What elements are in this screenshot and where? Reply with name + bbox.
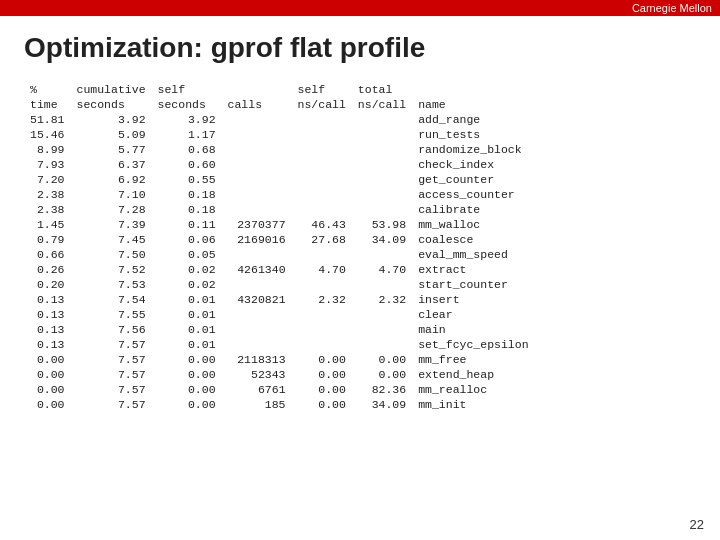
table-row: 0.007.570.0021183130.000.00mm_free xyxy=(24,352,696,367)
td-cum: 7.57 xyxy=(71,337,152,352)
th-self-seconds: seconds xyxy=(152,97,222,112)
td-self: 1.17 xyxy=(152,127,222,142)
td-cum: 7.45 xyxy=(71,232,152,247)
td-self: 0.55 xyxy=(152,172,222,187)
td-totalns: 34.09 xyxy=(352,397,412,412)
td-name: access_counter xyxy=(412,187,696,202)
td-cum: 7.57 xyxy=(71,397,152,412)
td-totalns: 2.32 xyxy=(352,292,412,307)
td-calls: 6761 xyxy=(222,382,292,397)
th-total-ns: total xyxy=(352,82,412,97)
td-selfns xyxy=(292,187,352,202)
td-name: mm_init xyxy=(412,397,696,412)
td-selfns xyxy=(292,172,352,187)
td-name: run_tests xyxy=(412,127,696,142)
td-calls xyxy=(222,112,292,127)
td-self: 0.68 xyxy=(152,142,222,157)
td-selfns xyxy=(292,202,352,217)
td-cum: 7.28 xyxy=(71,202,152,217)
table-row: 15.465.091.17run_tests xyxy=(24,127,696,142)
td-cum: 5.77 xyxy=(71,142,152,157)
profile-table: % cumulative self self total time second… xyxy=(24,82,696,412)
td-selfns xyxy=(292,307,352,322)
td-name: check_index xyxy=(412,157,696,172)
td-name: get_counter xyxy=(412,172,696,187)
th-time: time xyxy=(24,97,71,112)
td-name: extend_heap xyxy=(412,367,696,382)
table-row: 7.936.370.60check_index xyxy=(24,157,696,172)
td-cum: 7.53 xyxy=(71,277,152,292)
td-self: 0.05 xyxy=(152,247,222,262)
td-self: 0.00 xyxy=(152,367,222,382)
td-totalns: 0.00 xyxy=(352,352,412,367)
td-selfns: 2.32 xyxy=(292,292,352,307)
th-cumulative: cumulative xyxy=(71,82,152,97)
td-calls xyxy=(222,337,292,352)
td-totalns xyxy=(352,277,412,292)
td-name: randomize_block xyxy=(412,142,696,157)
td-cum: 7.57 xyxy=(71,352,152,367)
td-calls: 2370377 xyxy=(222,217,292,232)
td-name: start_counter xyxy=(412,277,696,292)
td-selfns: 27.68 xyxy=(292,232,352,247)
td-calls: 2169016 xyxy=(222,232,292,247)
td-name: clear xyxy=(412,307,696,322)
td-calls: 4320821 xyxy=(222,292,292,307)
td-selfns xyxy=(292,112,352,127)
td-cum: 7.57 xyxy=(71,367,152,382)
brand-label: Carnegie Mellon xyxy=(632,2,712,14)
td-pct: 2.38 xyxy=(24,187,71,202)
td-calls xyxy=(222,157,292,172)
table-row: 0.137.560.01main xyxy=(24,322,696,337)
table-row: 1.457.390.11237037746.4353.98mm_walloc xyxy=(24,217,696,232)
td-pct: 8.99 xyxy=(24,142,71,157)
td-selfns xyxy=(292,337,352,352)
td-totalns xyxy=(352,127,412,142)
td-totalns: 53.98 xyxy=(352,217,412,232)
td-totalns xyxy=(352,157,412,172)
table-row: 0.667.500.05eval_mm_speed xyxy=(24,247,696,262)
td-totalns: 82.36 xyxy=(352,382,412,397)
th-self-sec: self xyxy=(152,82,222,97)
td-calls xyxy=(222,127,292,142)
td-name: coalesce xyxy=(412,232,696,247)
td-selfns xyxy=(292,157,352,172)
td-totalns xyxy=(352,322,412,337)
td-selfns xyxy=(292,247,352,262)
td-self: 0.00 xyxy=(152,397,222,412)
td-self: 0.01 xyxy=(152,292,222,307)
td-calls xyxy=(222,277,292,292)
td-name: mm_walloc xyxy=(412,217,696,232)
td-pct: 0.13 xyxy=(24,322,71,337)
table-row: 0.137.540.0143208212.322.32insert xyxy=(24,292,696,307)
td-calls: 2118313 xyxy=(222,352,292,367)
td-totalns xyxy=(352,187,412,202)
table-row: 0.267.520.0242613404.704.70extract xyxy=(24,262,696,277)
td-self: 0.02 xyxy=(152,262,222,277)
td-name: extract xyxy=(412,262,696,277)
td-calls xyxy=(222,247,292,262)
td-self: 0.01 xyxy=(152,322,222,337)
td-totalns: 34.09 xyxy=(352,232,412,247)
td-cum: 7.10 xyxy=(71,187,152,202)
td-name: insert xyxy=(412,292,696,307)
td-self: 0.18 xyxy=(152,187,222,202)
td-cum: 7.55 xyxy=(71,307,152,322)
th-calls-empty xyxy=(222,82,292,97)
td-pct: 51.81 xyxy=(24,112,71,127)
td-pct: 7.93 xyxy=(24,157,71,172)
td-self: 0.01 xyxy=(152,337,222,352)
td-totalns xyxy=(352,112,412,127)
td-self: 0.11 xyxy=(152,217,222,232)
td-totalns xyxy=(352,307,412,322)
td-calls xyxy=(222,322,292,337)
td-self: 0.02 xyxy=(152,277,222,292)
td-pct: 0.13 xyxy=(24,337,71,352)
td-totalns xyxy=(352,172,412,187)
table-row: 8.995.770.68randomize_block xyxy=(24,142,696,157)
page-number: 22 xyxy=(690,517,704,532)
td-selfns: 4.70 xyxy=(292,262,352,277)
td-pct: 0.66 xyxy=(24,247,71,262)
table-header-row1: % cumulative self self total xyxy=(24,82,696,97)
td-pct: 0.13 xyxy=(24,292,71,307)
